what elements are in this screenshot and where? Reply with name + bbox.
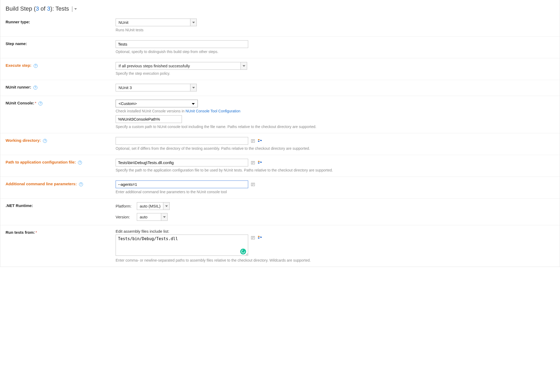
header-of: of	[39, 5, 47, 12]
param-reference-icon[interactable]	[251, 236, 255, 240]
runner-type-hint: Runs NUnit tests	[116, 28, 554, 32]
nunit-runner-select[interactable]: NUnit 3	[116, 84, 197, 91]
reorder-steps-dropdown[interactable]	[74, 8, 77, 10]
execute-step-select[interactable]: If all previous steps finished successfu…	[116, 62, 247, 70]
runner-type-label: Runner type:	[6, 19, 116, 24]
run-tests-label: Run tests from:*	[6, 229, 116, 235]
nunit-console-select[interactable]: <Custom>	[116, 100, 198, 107]
working-dir-hint: Optional, set if differs from the direct…	[116, 146, 554, 151]
execute-step-label: Execute step: ?	[6, 62, 116, 68]
nunit-runner-value: NUnit 3	[116, 84, 190, 91]
svg-rect-12	[258, 162, 259, 164]
nunit-runner-label: NUnit runner: ?	[6, 84, 116, 90]
step-name-input[interactable]	[116, 40, 248, 48]
working-dir-input[interactable]	[116, 137, 248, 145]
nunit-console-path-hint: Specify a custom path to NUnit console t…	[116, 125, 554, 129]
step-total: 3	[47, 5, 50, 12]
chevron-down-icon[interactable]	[163, 202, 169, 210]
version-select[interactable]: auto	[137, 213, 168, 221]
vcs-tree-icon[interactable]	[258, 236, 262, 240]
step-current: 3	[36, 5, 39, 12]
svg-rect-11	[258, 161, 259, 162]
svg-rect-23	[258, 237, 259, 239]
help-icon[interactable]: ?	[78, 161, 82, 165]
cmd-params-input[interactable]	[116, 180, 248, 188]
page-title: Build Step (3 of 3): Tests |	[0, 0, 560, 15]
chevron-down-icon[interactable]	[161, 213, 167, 221]
cmd-params-label: Additional command line parameters: ?	[6, 180, 116, 186]
runner-type-value: NUnit	[116, 19, 190, 26]
help-icon[interactable]: ?	[38, 102, 42, 105]
app-config-input[interactable]	[116, 159, 248, 166]
nunit-console-config-link[interactable]: NUnit Console Tool Configuration	[186, 109, 240, 113]
run-tests-sublabel: Edit assembly files include list:	[116, 229, 554, 234]
run-tests-hint: Enter comma- or newline-separated paths …	[116, 258, 554, 262]
step-name-label: Step name:	[6, 40, 116, 46]
nunit-console-path-input[interactable]	[116, 115, 182, 123]
version-value: auto	[137, 213, 161, 221]
nunit-console-label: NUnit Console:* ?	[6, 100, 116, 105]
svg-rect-24	[260, 237, 262, 238]
vcs-tree-icon[interactable]	[258, 139, 262, 143]
run-tests-textarea[interactable]	[116, 235, 248, 256]
chevron-down-icon[interactable]	[190, 84, 196, 91]
help-icon[interactable]: ?	[79, 182, 83, 186]
svg-rect-13	[260, 162, 262, 163]
platform-label: Platform:	[116, 204, 137, 208]
header-suffix: ):	[50, 5, 55, 12]
header-prefix: Build Step (	[6, 5, 36, 12]
param-reference-icon[interactable]	[251, 182, 255, 187]
help-icon[interactable]: ?	[43, 139, 47, 143]
svg-rect-4	[258, 139, 259, 140]
help-icon[interactable]: ?	[33, 86, 37, 90]
platform-select[interactable]: auto (MSIL)	[137, 202, 170, 210]
chevron-down-icon[interactable]	[240, 62, 247, 69]
chevron-down-icon[interactable]	[190, 19, 196, 26]
header-separator: |	[71, 5, 73, 12]
version-label: Version:	[116, 215, 137, 219]
param-reference-icon[interactable]	[251, 139, 255, 143]
execute-step-hint: Specify the step execution policy.	[116, 71, 554, 76]
param-reference-icon[interactable]	[251, 161, 255, 165]
svg-rect-5	[258, 141, 259, 142]
grammarly-icon[interactable]	[240, 249, 246, 254]
nunit-console-hint: Check installed NUnit Console versions i…	[116, 109, 554, 113]
app-config-label: Path to application configuration file: …	[6, 159, 116, 165]
header-name: Tests	[55, 5, 69, 12]
runner-type-select[interactable]: NUnit	[116, 19, 197, 26]
working-dir-label: Working directory: ?	[6, 137, 116, 143]
dotnet-runtime-label: .NET Runtime:	[6, 202, 116, 208]
svg-rect-22	[258, 236, 259, 237]
vcs-tree-icon[interactable]	[258, 161, 262, 165]
step-name-hint: Optional, specify to distinguish this bu…	[116, 50, 554, 54]
help-icon[interactable]: ?	[34, 64, 38, 68]
cmd-params-hint: Enter additional command line parameters…	[116, 190, 554, 194]
app-config-hint: Specify the path to the application conf…	[116, 168, 554, 172]
platform-value: auto (MSIL)	[137, 202, 163, 210]
execute-step-value: If all previous steps finished successfu…	[116, 62, 240, 69]
svg-rect-6	[260, 140, 262, 141]
